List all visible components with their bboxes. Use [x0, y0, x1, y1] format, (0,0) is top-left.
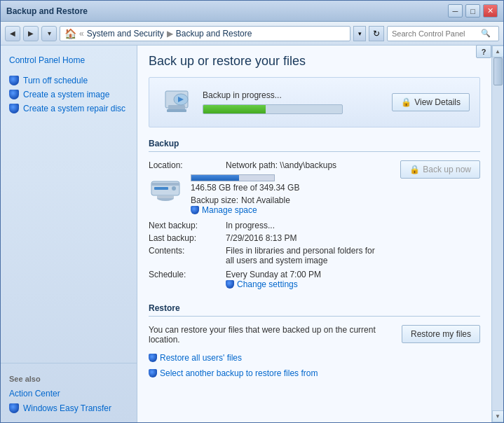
search-icon[interactable]: 🔍 — [479, 27, 493, 41]
location-value: Network path: \\andy\backups — [226, 160, 336, 170]
breadcrumb-sep: ▶ — [167, 29, 173, 39]
next-backup-row: Next backup: In progress... — [149, 221, 392, 230]
schedule-label: Schedule: — [149, 270, 226, 289]
sidebar-divider — [1, 363, 137, 363]
refresh-button[interactable]: ↻ — [369, 26, 384, 41]
manage-space-label[interactable]: Manage space — [202, 205, 257, 215]
title-bar-buttons: ─ □ ✕ — [448, 4, 498, 18]
turn-off-schedule-link[interactable]: Turn off schedule — [23, 76, 88, 85]
location-row: Location: Network path: \\andy\backups — [149, 160, 392, 170]
restore-my-files-button[interactable]: Restore my files — [402, 325, 480, 343]
window-title: Backup and Restore — [6, 6, 88, 16]
address-field[interactable]: 🏠 « System and Security ▶ Backup and Res… — [60, 26, 350, 41]
storage-bar — [191, 174, 275, 181]
create-system-image-link[interactable]: Create a system image — [23, 90, 109, 99]
manage-space-link[interactable]: Manage space — [191, 205, 299, 215]
shield-icon-1 — [9, 76, 19, 85]
minimize-button[interactable]: ─ — [448, 4, 463, 18]
scroll-down-arrow[interactable]: ▼ — [492, 410, 504, 422]
view-details-icon: 🔒 — [401, 97, 411, 107]
shield-icon-restore-all — [149, 354, 157, 362]
see-also-title: See also — [1, 369, 137, 386]
restore-content-row: You can restore your files that were bac… — [149, 325, 480, 378]
action-center-link[interactable]: Action Center — [9, 389, 60, 398]
help-bar-area: ? — [476, 45, 491, 58]
restore-all-users-link[interactable]: Restore all users' files — [149, 353, 393, 363]
back-button[interactable]: ◀ — [5, 26, 20, 41]
forward-button[interactable]: ▶ — [23, 26, 39, 41]
sidebar-item-turn-off-schedule[interactable]: Turn off schedule — [1, 74, 137, 88]
sidebar-item-action-center[interactable]: Action Center — [1, 386, 137, 401]
scroll-up-arrow[interactable]: ▲ — [492, 46, 504, 57]
svg-rect-6 — [151, 183, 179, 186]
restore-links: You can restore your files that were bac… — [149, 325, 393, 378]
progress-bar — [203, 104, 343, 114]
search-input[interactable] — [392, 29, 476, 38]
storage-bar-fill — [191, 175, 239, 181]
change-settings-label[interactable]: Change settings — [237, 279, 298, 289]
next-backup-value: In progress... — [226, 221, 275, 230]
recent-pages-button[interactable]: ▾ — [41, 26, 57, 41]
restore-my-files-label: Restore my files — [411, 329, 471, 339]
breadcrumb-path2: Backup and Restore — [176, 29, 252, 39]
sidebar-item-windows-easy-transfer[interactable]: Windows Easy Transfer — [1, 401, 137, 415]
select-another-backup-link[interactable]: Select another backup to restore files f… — [149, 368, 393, 378]
address-bar: ◀ ▶ ▾ 🏠 « System and Security ▶ Backup a… — [1, 22, 503, 46]
last-backup-value: 7/29/2016 8:13 PM — [226, 233, 297, 243]
scroll-thumb[interactable] — [493, 57, 503, 85]
control-panel-home-link[interactable]: Control Panel Home — [9, 55, 85, 65]
sidebar-home[interactable]: Control Panel Home — [1, 53, 137, 68]
restore-button[interactable]: □ — [465, 4, 480, 18]
back-up-now-label: Back up now — [423, 165, 471, 174]
windows-easy-transfer-link[interactable]: Windows Easy Transfer — [23, 403, 111, 413]
page-title: Back up or restore your files — [149, 54, 480, 69]
backup-info: Location: Network path: \\andy\backups — [149, 160, 392, 292]
close-button[interactable]: ✕ — [483, 4, 498, 18]
shield-icon-manage — [191, 206, 199, 214]
sidebar-item-create-repair-disc[interactable]: Create a system repair disc — [1, 102, 137, 116]
restore-all-users-label[interactable]: Restore all users' files — [160, 353, 242, 363]
last-backup-row: Last backup: 7/29/2016 8:13 PM — [149, 233, 392, 243]
backup-progress-card: Backup in progress... 🔒 View Details — [149, 77, 480, 127]
progress-info: Backup in progress... — [203, 90, 383, 114]
location-label: Location: — [149, 160, 226, 170]
back-up-now-area: 🔒 Back up now — [400, 160, 480, 292]
window: Backup and Restore ─ □ ✕ ◀ ▶ ▾ 🏠 « Syste… — [0, 0, 504, 423]
search-box[interactable]: 🔍 — [387, 26, 499, 41]
main-layout: Control Panel Home Turn off schedule Cre… — [1, 46, 503, 422]
backup-section-header: Backup — [149, 139, 480, 152]
schedule-value: Every Sunday at 7:00 PM — [226, 270, 321, 279]
address-dropdown[interactable]: ▾ — [353, 26, 366, 41]
storage-info: 146.58 GB free of 349.34 GB Backup size:… — [191, 173, 299, 215]
svg-rect-4 — [167, 109, 186, 112]
backup-size-value: Not Available — [241, 195, 290, 205]
progress-text: Backup in progress... — [203, 90, 383, 100]
shield-icon-change — [226, 280, 234, 289]
svg-rect-10 — [157, 195, 174, 198]
help-button[interactable]: ? — [476, 45, 491, 58]
breadcrumb-path1: System and Security — [87, 29, 164, 39]
location-value-col: Network path: \\andy\backups — [226, 160, 336, 170]
next-backup-label: Next backup: — [149, 221, 226, 230]
back-up-now-button[interactable]: 🔒 Back up now — [400, 160, 480, 179]
restore-section-header: Restore — [149, 303, 480, 317]
scroll-track[interactable] — [492, 57, 503, 410]
schedule-value-col: Every Sunday at 7:00 PM Change settings — [226, 270, 321, 289]
change-settings-link[interactable]: Change settings — [226, 279, 321, 289]
view-details-button[interactable]: 🔒 View Details — [392, 93, 470, 111]
create-system-repair-disc-link[interactable]: Create a system repair disc — [23, 104, 125, 113]
svg-rect-8 — [154, 187, 168, 190]
select-another-label[interactable]: Select another backup to restore files f… — [160, 368, 318, 378]
shield-icon-4 — [9, 403, 19, 413]
contents-value: Files in libraries and personal folders … — [226, 246, 380, 265]
sidebar-item-create-system-image[interactable]: Create a system image — [1, 88, 137, 102]
help-icons: ? — [476, 45, 491, 58]
restore-section: Restore You can restore your files that … — [149, 303, 480, 378]
schedule-row: Schedule: Every Sunday at 7:00 PM Change… — [149, 270, 392, 289]
content-area: Back up or restore your files Backup in … — [137, 46, 491, 422]
backup-size-label: Backup size: — [191, 195, 238, 205]
contents-row: Contents: Files in libraries and persona… — [149, 246, 392, 265]
progress-bar-fill — [203, 105, 266, 113]
shield-icon-3 — [9, 104, 19, 113]
storage-row: 146.58 GB free of 349.34 GB Backup size:… — [149, 173, 392, 215]
